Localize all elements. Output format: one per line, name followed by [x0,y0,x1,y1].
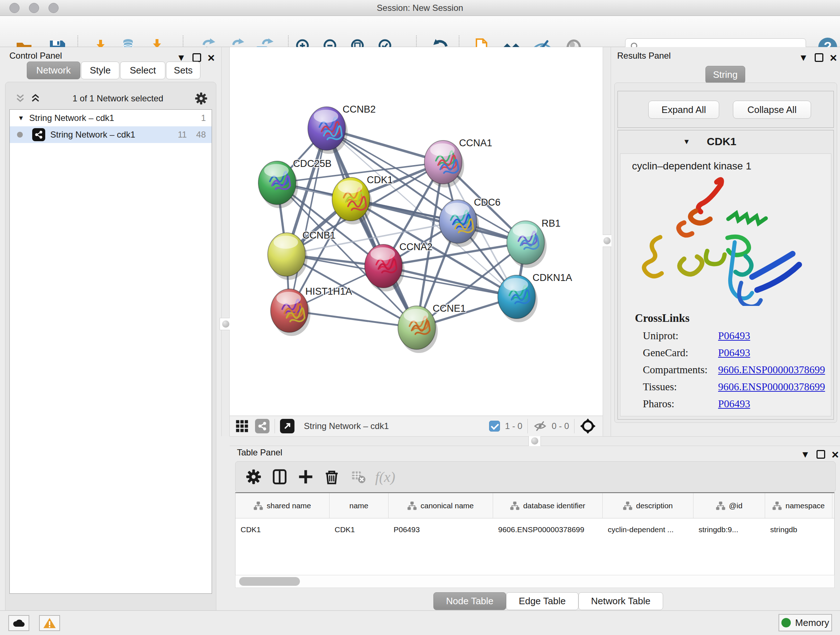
tab-select[interactable]: Select [120,62,165,79]
network-type-share-icon[interactable] [255,419,270,433]
crosslink-label: GeneCard: [643,347,718,359]
tab-network-table[interactable]: Network Table [578,592,663,610]
function-builder-icon[interactable]: f(x) [375,469,395,486]
crosslink-link[interactable]: P06493 [718,347,750,359]
expand-all-button[interactable]: Expand All [648,101,719,119]
tab-sets[interactable]: Sets [166,62,201,79]
crosslink-row: Pharos:P06493 [635,398,825,410]
collapse-panel-icon[interactable]: ▼ [799,53,808,62]
delete-column-icon[interactable] [324,469,340,485]
network-node-cdkn1a[interactable]: CDKN1A [498,272,572,322]
table-horizontal-scrollbar[interactable] [235,575,835,588]
tab-string[interactable]: String [706,66,745,84]
table-options-gear-icon[interactable] [246,469,262,485]
selected-counts: 1 - 0 [505,421,523,431]
table-row[interactable]: CDK1CDK1P064939606.ENSP00000378699cyclin… [235,518,834,541]
selected-nodes-checkbox[interactable] [489,421,500,432]
crosslink-link[interactable]: 9606.ENSP00000378699 [718,364,825,376]
network-node-ccne1[interactable]: CCNE1 [398,303,466,353]
tree-expand-icon[interactable]: ▼ [18,114,24,122]
tab-style[interactable]: Style [81,62,120,79]
collapse-gene-icon[interactable]: ▼ [683,138,690,146]
column-header-database-identifier[interactable]: database identifier [493,493,603,518]
detach-view-icon[interactable] [280,419,294,433]
network-node-ccnb1[interactable]: CCNB1 [268,230,336,280]
crosslink-label: Tissues: [643,381,718,393]
network-current-dot-icon [17,132,23,138]
show-columns-icon[interactable] [272,469,287,485]
cloud-button[interactable] [8,615,29,631]
column-header-canonical-name[interactable]: canonical name [388,493,493,518]
network-edge[interactable] [289,128,327,310]
memory-status-dot [782,618,791,627]
left-splitter[interactable] [221,47,230,436]
float-panel-icon[interactable] [816,450,825,459]
table-cell[interactable]: CDK1 [235,525,330,534]
node-table[interactable]: shared namenamecanonical namedatabase id… [235,492,835,588]
scrollbar-thumb[interactable] [239,577,300,586]
column-namespace-icon [772,501,782,510]
collapse-all-button[interactable]: Collapse All [733,101,811,119]
node-label-rb1: RB1 [542,218,561,229]
current-network-name: String Network – cdk1 [304,421,489,431]
table-cell[interactable]: 9606.ENSP00000378699 [493,525,603,534]
grid-view-icon[interactable] [235,420,248,432]
network-node-ccnb2[interactable]: CCNB2 [308,104,376,154]
network-node-ccna2[interactable]: CCNA2 [365,241,433,291]
titlebar: Session: New Session [0,0,840,16]
horizontal-splitter[interactable] [230,436,840,446]
table-cell[interactable]: cyclin-dependent ... [603,525,693,534]
node-label-ccnb1: CCNB1 [302,230,336,241]
network-collection-row[interactable]: ▼ String Network – cdk1 1 [10,110,212,126]
column-namespace-icon [254,501,263,510]
network-node-cdk1[interactable]: CDK1 [332,174,393,225]
network-node-hist1h1a[interactable]: HIST1H1A [271,286,352,336]
float-panel-icon[interactable] [815,53,823,62]
float-panel-icon[interactable] [193,53,201,62]
close-panel-icon[interactable]: × [832,448,839,461]
close-panel-icon[interactable]: × [208,51,215,64]
tab-network[interactable]: Network [27,62,80,79]
warning-button[interactable] [39,615,60,631]
right-splitter[interactable] [603,47,611,436]
network-edge[interactable] [327,128,417,328]
network-canvas[interactable]: CCNB2CCNA1CDC25BCDK1CDC6RB1CCNB1CCNA2CDK… [230,47,603,416]
column-namespace-icon [623,501,632,510]
network-node-cdc6[interactable]: CDC6 [439,197,501,247]
column-header-shared-name[interactable]: shared name [235,493,330,518]
close-panel-icon[interactable]: × [830,51,837,64]
crosslink-link[interactable]: P06493 [718,330,750,342]
network-row[interactable]: String Network – cdk1 11 48 [10,126,212,143]
column-label: @id [729,501,743,510]
table-cell[interactable]: stringdb [765,525,832,534]
collapse-all-networks-icon[interactable] [30,93,41,104]
collapse-panel-icon[interactable]: ▼ [177,53,186,62]
tab-edge-table[interactable]: Edge Table [506,592,578,610]
table-cell[interactable]: CDK1 [330,525,388,534]
table-cell[interactable]: stringdb:9... [693,525,765,534]
hidden-counts: 0 - 0 [552,421,569,431]
add-column-icon[interactable] [298,469,314,485]
network-options-gear-icon[interactable] [195,92,208,105]
column-header-name[interactable]: name [330,493,388,518]
network-node-ccna1[interactable]: CCNA1 [424,138,493,187]
network-node-rb1[interactable]: RB1 [507,218,561,268]
node-label-ccna2: CCNA2 [399,241,433,252]
delete-table-icon[interactable] [350,469,366,485]
gene-section-header[interactable]: ▼ CDK1 [618,130,834,153]
collapse-panel-icon[interactable]: ▼ [801,450,810,459]
birdseye-crosshair-icon[interactable] [579,418,596,434]
crosslink-link[interactable]: P06493 [718,398,750,410]
crosslink-link[interactable]: 9606.ENSP00000378699 [718,381,825,393]
hidden-eye-slash-icon[interactable] [533,420,547,432]
table-toolbar: f(x) [235,461,836,492]
column-header-description[interactable]: description [603,493,693,518]
column-label: namespace [785,501,825,510]
tab-node-table[interactable]: Node Table [433,592,506,610]
column-header--id[interactable]: @id [693,493,765,518]
table-cell[interactable]: P06493 [388,525,493,534]
column-header-namespace[interactable]: namespace [765,493,832,518]
memory-button[interactable]: Memory [778,614,832,631]
horizontal-splitter-handle[interactable] [529,435,541,447]
expand-all-networks-icon[interactable] [14,93,26,104]
